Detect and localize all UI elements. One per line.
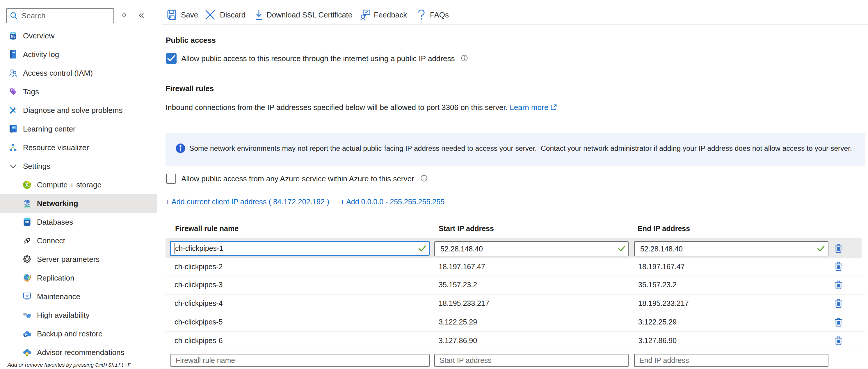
svg-text:DB: DB (25, 221, 29, 223)
svg-text:My: My (11, 35, 16, 38)
svg-text:$: $ (26, 183, 28, 187)
svg-text:101: 101 (12, 126, 16, 129)
